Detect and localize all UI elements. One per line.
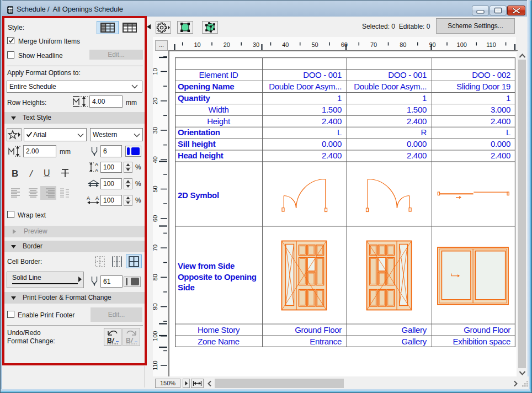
svg-text:A: A <box>87 195 90 201</box>
svg-text:30: 30 <box>153 127 158 134</box>
svg-text:80: 80 <box>400 41 406 48</box>
svg-text:A: A <box>95 162 98 167</box>
svg-text:A: A <box>95 195 99 201</box>
svg-text:60: 60 <box>153 215 158 222</box>
svg-text:70: 70 <box>370 41 377 48</box>
svg-text:70: 70 <box>153 245 158 251</box>
svg-text:40: 40 <box>153 156 158 163</box>
svg-text:/: / <box>111 337 115 344</box>
svg-text:50: 50 <box>153 185 158 192</box>
svg-text:50: 50 <box>311 41 318 48</box>
svg-text:30: 30 <box>253 41 259 48</box>
svg-text:/: / <box>130 337 134 344</box>
svg-text:110: 110 <box>486 41 496 48</box>
svg-text:90: 90 <box>153 303 158 310</box>
svg-text:100: 100 <box>457 41 467 48</box>
svg-text:90: 90 <box>429 41 435 48</box>
svg-text:10: 10 <box>153 68 158 75</box>
svg-text:B: B <box>107 337 112 344</box>
svg-text:B: B <box>126 337 131 344</box>
svg-text:20: 20 <box>153 98 158 104</box>
svg-text:100: 100 <box>153 331 158 341</box>
svg-text:10: 10 <box>194 41 200 48</box>
svg-text:110: 110 <box>153 360 158 370</box>
svg-text:40: 40 <box>282 41 289 48</box>
svg-text:20: 20 <box>224 41 230 48</box>
svg-text:80: 80 <box>153 274 158 280</box>
svg-text:A: A <box>95 168 98 173</box>
